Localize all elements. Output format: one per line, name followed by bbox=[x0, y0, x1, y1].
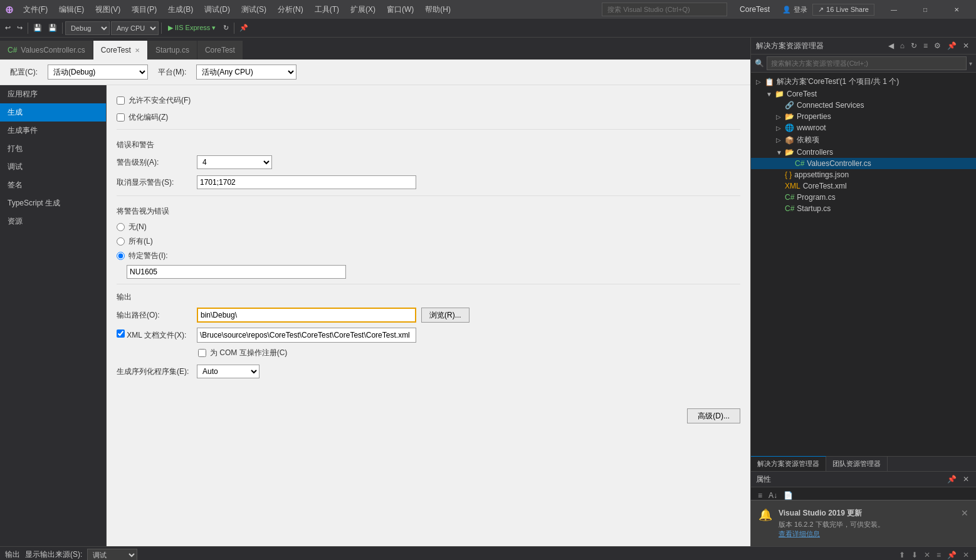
menu-extensions[interactable]: 扩展(X) bbox=[345, 2, 380, 18]
tab-label-active: CoreTest bbox=[101, 46, 131, 54]
maximize-button[interactable]: □ bbox=[911, 0, 940, 19]
sol-home-button[interactable]: ⌂ bbox=[898, 40, 906, 51]
tree-item-wwwroot[interactable]: ▷ 🌐 wwwroot bbox=[751, 122, 976, 133]
prop-close-button[interactable]: ✕ bbox=[961, 474, 971, 485]
tree-item-properties[interactable]: ▷ 📂 Properties bbox=[751, 111, 976, 122]
output-path-input[interactable] bbox=[197, 308, 416, 323]
notification-close-button[interactable]: ✕ bbox=[961, 508, 968, 518]
radio-specific[interactable] bbox=[117, 252, 125, 260]
user-login[interactable]: 👤 登录 bbox=[782, 5, 807, 14]
output-icon-1[interactable]: ⬆ bbox=[897, 549, 907, 561]
output-icon-2[interactable]: ⬇ bbox=[910, 549, 920, 561]
tab-coretest2[interactable]: CoreTest bbox=[197, 41, 243, 60]
undo-button[interactable]: ↩ bbox=[3, 21, 13, 36]
solution-search-input[interactable] bbox=[767, 56, 967, 70]
xml-label-text: XML 文档文件(X): bbox=[127, 331, 186, 340]
tree-item-valuescontroller[interactable]: C# ValuesController.cs bbox=[751, 158, 976, 169]
save-all-button[interactable]: 💾 bbox=[46, 21, 60, 36]
tree-item-appsettings[interactable]: { } appsettings.json bbox=[751, 169, 976, 180]
radio-none[interactable] bbox=[117, 223, 125, 231]
live-share-button[interactable]: ↗ 16 Live Share bbox=[812, 4, 874, 16]
menu-analyze[interactable]: 分析(N) bbox=[273, 2, 308, 18]
controllers-icon: 📂 bbox=[785, 148, 794, 157]
tree-item-startup[interactable]: C# Startup.cs bbox=[751, 203, 976, 214]
com-checkbox[interactable] bbox=[198, 349, 206, 357]
output-close-icon[interactable]: ✕ bbox=[961, 549, 971, 561]
tree-item-controllers[interactable]: ▼ 📂 Controllers bbox=[751, 147, 976, 158]
run-button[interactable]: ▶ IIS Express ▾ bbox=[164, 23, 219, 33]
radio-all[interactable] bbox=[117, 237, 125, 246]
sidebar-item-typescript[interactable]: TypeScript 生成 bbox=[0, 194, 106, 212]
sol-tab-solution[interactable]: 解决方案资源管理器 bbox=[751, 456, 826, 471]
serialization-select[interactable]: Auto On Off bbox=[197, 365, 260, 378]
window-controls: — □ ✕ bbox=[879, 0, 971, 19]
menu-tools[interactable]: 工具(T) bbox=[310, 2, 344, 18]
global-search-input[interactable] bbox=[602, 3, 727, 16]
tab-close-button[interactable]: ✕ bbox=[135, 47, 140, 54]
tree-item-dependencies[interactable]: ▷ 📦 依赖项 bbox=[751, 133, 976, 147]
tab-startup[interactable]: Startup.cs bbox=[148, 41, 197, 60]
save-button[interactable]: 💾 bbox=[31, 21, 45, 36]
tree-item-program[interactable]: C# Program.cs bbox=[751, 192, 976, 203]
divider-3 bbox=[117, 284, 740, 284]
sol-tab-team[interactable]: 团队资源管理器 bbox=[826, 457, 888, 471]
sidebar-item-build[interactable]: 生成 bbox=[0, 103, 106, 122]
tree-item-coretest-xml[interactable]: XML CoreTest.xml bbox=[751, 180, 976, 192]
sol-back-button[interactable]: ◀ bbox=[886, 40, 896, 51]
sol-pin-button[interactable]: 📌 bbox=[945, 40, 958, 51]
divider-2 bbox=[117, 195, 740, 196]
radio-none-row: 无(N) bbox=[117, 222, 740, 232]
minimize-button[interactable]: — bbox=[879, 0, 908, 19]
browse-button[interactable]: 浏览(R)... bbox=[421, 308, 470, 323]
specific-warnings-input[interactable] bbox=[127, 265, 346, 279]
optimize-row: 优化编码(Z) bbox=[117, 112, 740, 123]
tree-item-solution[interactable]: ▷ 📋 解决方案'CoreTest'(1 个项目/共 1 个) bbox=[751, 75, 976, 88]
sidebar-item-package[interactable]: 打包 bbox=[0, 140, 106, 158]
sol-settings-button[interactable]: ⚙ bbox=[932, 40, 943, 51]
advanced-button[interactable]: 高级(D)... bbox=[687, 408, 740, 423]
pin-button[interactable]: 📌 bbox=[237, 21, 251, 36]
output-source-select[interactable]: 调试 bbox=[87, 549, 137, 561]
suppress-input[interactable] bbox=[197, 175, 416, 189]
sidebar-item-application[interactable]: 应用程序 bbox=[0, 85, 106, 103]
menu-window[interactable]: 窗口(W) bbox=[382, 2, 419, 18]
sidebar-item-debug[interactable]: 调试 bbox=[0, 158, 106, 176]
xml-checkbox[interactable] bbox=[117, 329, 125, 338]
menu-build[interactable]: 生成(B) bbox=[163, 2, 198, 18]
menu-debug[interactable]: 调试(D) bbox=[199, 2, 235, 18]
tab-valuescontroller[interactable]: C# ValuesController.cs bbox=[0, 41, 93, 60]
output-icon-4[interactable]: ≡ bbox=[935, 549, 943, 561]
tree-item-coretest[interactable]: ▼ 📁 CoreTest bbox=[751, 88, 976, 100]
xml-input[interactable] bbox=[197, 328, 416, 343]
close-button[interactable]: ✕ bbox=[942, 0, 971, 19]
sidebar-item-resources[interactable]: 资源 bbox=[0, 212, 106, 231]
platform-select[interactable]: 活动(Any CPU) bbox=[196, 65, 296, 80]
suppress-row: 取消显示警告(S): bbox=[117, 175, 740, 189]
sol-refresh-button[interactable]: ↻ bbox=[909, 40, 919, 51]
menu-file[interactable]: 文件(F) bbox=[18, 2, 53, 18]
optimize-checkbox[interactable] bbox=[117, 113, 125, 122]
tab-coretest[interactable]: CoreTest ✕ bbox=[93, 41, 148, 60]
tree-item-connected-services[interactable]: 🔗 Connected Services bbox=[751, 100, 976, 111]
menu-help[interactable]: 帮助(H) bbox=[420, 2, 456, 18]
notification-link[interactable]: 查看详细信息 bbox=[779, 529, 955, 539]
output-pin-icon[interactable]: 📌 bbox=[945, 549, 958, 561]
user-icon: 👤 bbox=[782, 6, 791, 14]
config-select[interactable]: 活动(Debug) bbox=[48, 65, 148, 80]
menu-test[interactable]: 测试(S) bbox=[236, 2, 271, 18]
platform-dropdown[interactable]: Any CPU x64 bbox=[111, 21, 159, 35]
sidebar-item-buildevents[interactable]: 生成事件 bbox=[0, 122, 106, 140]
menu-project[interactable]: 项目(P) bbox=[127, 2, 162, 18]
unsafe-code-checkbox[interactable] bbox=[117, 96, 125, 105]
sol-close-button[interactable]: ✕ bbox=[961, 40, 971, 51]
redo-button[interactable]: ↪ bbox=[14, 21, 25, 36]
prop-pin-button[interactable]: 📌 bbox=[945, 474, 958, 485]
warning-level-select[interactable]: 4 bbox=[197, 155, 272, 169]
menu-edit[interactable]: 编辑(E) bbox=[54, 2, 89, 18]
refresh-button[interactable]: ↻ bbox=[221, 21, 231, 36]
sol-filter-button[interactable]: ≡ bbox=[921, 40, 930, 51]
sidebar-item-sign[interactable]: 签名 bbox=[0, 176, 106, 194]
config-dropdown[interactable]: Debug Release bbox=[65, 21, 110, 35]
menu-view[interactable]: 视图(V) bbox=[90, 2, 125, 18]
output-icon-3[interactable]: ✕ bbox=[922, 549, 932, 561]
